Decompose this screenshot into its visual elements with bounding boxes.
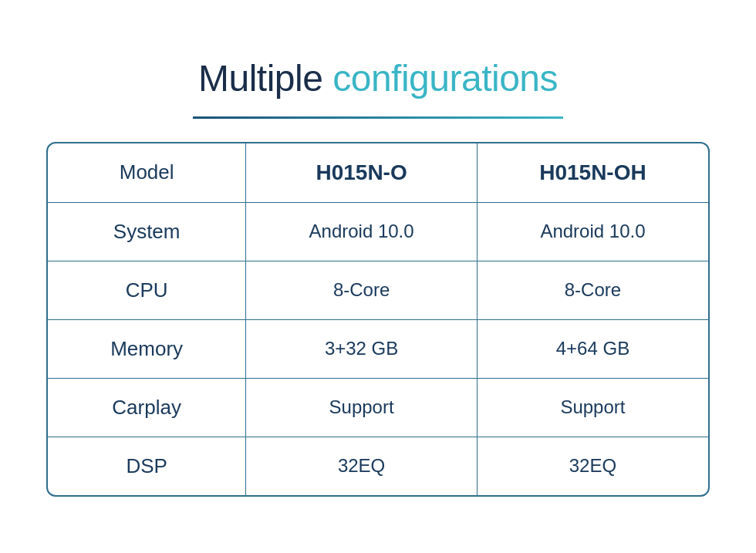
row-col2-memory: 4+64 GB <box>477 319 708 378</box>
title-prefix: Multiple <box>198 58 332 99</box>
row-label-system: System <box>48 202 246 261</box>
table-row-model: Model H015N-O H015N-OH <box>48 143 708 203</box>
table-row-system: System Android 10.0 Android 10.0 <box>48 202 708 261</box>
title-highlight: configurations <box>332 58 558 99</box>
row-label-carplay: Carplay <box>48 378 246 437</box>
page-title: Multiple configurations <box>198 57 558 99</box>
row-col2-carplay: Support <box>477 378 708 437</box>
page-container: Multiple configurations Model H015N-O H0… <box>0 34 756 520</box>
row-label-memory: Memory <box>48 319 246 378</box>
row-col2-system: Android 10.0 <box>477 202 708 261</box>
row-col2-cpu: 8-Core <box>477 261 708 319</box>
title-container: Multiple configurations <box>198 57 558 99</box>
table-row-dsp: DSP 32EQ 32EQ <box>48 437 708 495</box>
row-label-cpu: CPU <box>48 261 246 319</box>
row-col2-dsp: 32EQ <box>477 437 708 495</box>
row-col1-dsp: 32EQ <box>246 437 478 495</box>
table-row-cpu: CPU 8-Core 8-Core <box>48 261 708 319</box>
comparison-table-wrapper: Model H015N-O H015N-OH System Android <box>46 142 710 497</box>
table-row-memory: Memory 3+32 GB 4+64 GB <box>48 319 708 378</box>
row-col1-memory: 3+32 GB <box>246 319 478 378</box>
comparison-table: Model H015N-O H015N-OH System Android <box>48 143 708 495</box>
table-row-carplay: Carplay Support Support <box>48 378 708 437</box>
row-col1-model: H015N-O <box>246 143 478 203</box>
row-col2-model: H015N-OH <box>477 143 708 203</box>
row-label-model: Model <box>48 143 246 203</box>
row-col1-cpu: 8-Core <box>246 261 478 319</box>
title-underline <box>193 116 563 119</box>
row-label-dsp: DSP <box>48 437 246 495</box>
row-col1-carplay: Support <box>246 378 478 437</box>
row-col1-system: Android 10.0 <box>246 202 478 261</box>
